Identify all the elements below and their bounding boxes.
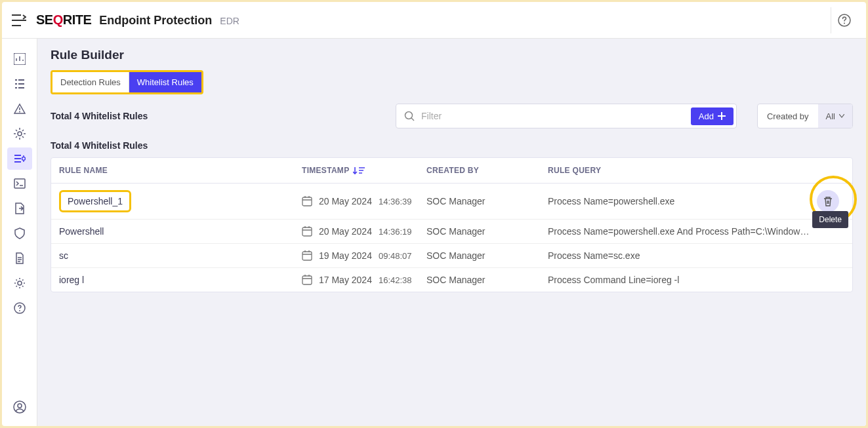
cell-created-by: SOC Manager: [426, 250, 548, 261]
cell-created-by: SOC Manager: [426, 196, 548, 206]
svg-rect-16: [302, 276, 312, 284]
search-icon: [404, 111, 415, 121]
svg-rect-15: [302, 252, 312, 260]
trash-icon: [823, 196, 833, 206]
sort-icon: [353, 166, 365, 175]
col-rule-name[interactable]: RULE NAME: [59, 166, 302, 175]
filter-box[interactable]: Add: [396, 104, 737, 128]
svg-point-11: [18, 404, 22, 408]
table-row[interactable]: ioreg l 17 May 2024 16:42:38 SOC Manager…: [51, 268, 852, 292]
sidebar-terminal-icon[interactable]: [7, 172, 32, 195]
col-timestamp[interactable]: TIMESTAMP: [302, 166, 426, 175]
cell-rule-query: Process Name=powershell.exe And Process …: [548, 226, 812, 237]
sidebar-export-icon[interactable]: [7, 197, 32, 220]
created-by-label: Created by: [758, 111, 818, 121]
sidebar-rules-icon[interactable]: [7, 147, 32, 170]
app-header: SEQRITE Endpoint Protection EDR: [2, 2, 866, 39]
svg-point-4: [18, 132, 22, 136]
svg-point-1: [844, 22, 845, 24]
sidebar-doc-icon[interactable]: [7, 247, 32, 269]
page-title: Rule Builder: [51, 48, 853, 62]
brand: SEQRITE Endpoint Protection EDR: [36, 12, 239, 28]
cell-timestamp: 17 May 2024 16:42:38: [302, 275, 426, 285]
calendar-icon: [302, 250, 312, 261]
sidebar-settings-icon[interactable]: [7, 272, 32, 294]
col-rule-query[interactable]: RULE QUERY: [548, 166, 812, 175]
chevron-down-icon: [839, 114, 844, 118]
brand-product: Endpoint Protection: [99, 14, 212, 28]
cell-rule-name: Powershell: [59, 226, 302, 237]
sidebar-shield-icon[interactable]: [7, 222, 32, 244]
delete-tooltip: Delete: [812, 211, 848, 228]
brand-subproduct: EDR: [220, 16, 239, 26]
add-button-label: Add: [699, 111, 714, 121]
section-title: Total 4 Whitelist Rules: [51, 140, 853, 151]
cell-rule-name: sc: [59, 250, 302, 261]
cell-rule-name: ioreg l: [59, 275, 302, 285]
help-icon[interactable]: [831, 7, 857, 33]
total-count-label: Total 4 Whitelist Rules: [51, 111, 385, 121]
created-by-value[interactable]: All: [818, 104, 852, 128]
svg-point-7: [18, 281, 22, 285]
table-row[interactable]: Powershell 20 May 2024 14:36:19 SOC Mana…: [51, 220, 852, 244]
cell-rule-query: Process Name=powershell.exe: [548, 196, 812, 206]
cell-timestamp: 19 May 2024 09:48:07: [302, 250, 426, 261]
plus-icon: [718, 112, 726, 120]
calendar-icon: [302, 275, 312, 285]
tab-detection-rules[interactable]: Detection Rules: [52, 72, 129, 92]
cell-timestamp: 20 May 2024 14:36:19: [302, 226, 426, 237]
svg-rect-14: [302, 227, 312, 236]
filter-input[interactable]: [421, 111, 684, 121]
sidebar-dashboard-icon[interactable]: [7, 48, 32, 70]
cell-rule-query: Process Command Line=ioreg -l: [548, 275, 812, 285]
cell-rule-query: Process Name=sc.exe: [548, 250, 812, 261]
sidebar: [2, 39, 37, 426]
sidebar-alert-icon[interactable]: [7, 98, 32, 120]
delete-button[interactable]: [817, 190, 839, 212]
table-row[interactable]: sc 19 May 2024 09:48:07 SOC Manager Proc…: [51, 244, 852, 268]
svg-point-3: [19, 111, 20, 113]
add-button[interactable]: Add: [691, 107, 734, 125]
table-header: RULE NAME TIMESTAMP CREATED BY RULE QUER…: [51, 158, 852, 184]
svg-point-12: [405, 112, 413, 119]
rules-table: RULE NAME TIMESTAMP CREATED BY RULE QUER…: [51, 157, 853, 292]
col-created-by[interactable]: CREATED BY: [426, 166, 548, 175]
menu-toggle-icon[interactable]: [11, 12, 27, 28]
sidebar-user-icon[interactable]: [7, 396, 32, 418]
calendar-icon: [302, 226, 312, 237]
cell-rule-name: Powershell_1: [59, 190, 302, 212]
sidebar-help-icon[interactable]: [7, 297, 32, 319]
svg-point-5: [22, 157, 25, 161]
created-by-filter[interactable]: Created by All: [757, 104, 853, 128]
cell-created-by: SOC Manager: [426, 226, 548, 237]
svg-rect-13: [302, 197, 312, 206]
brand-logo: SEQRITE: [36, 12, 91, 28]
svg-rect-6: [14, 179, 25, 188]
cell-timestamp: 20 May 2024 14:36:39: [302, 196, 426, 206]
cell-created-by: SOC Manager: [426, 275, 548, 285]
main-content: Rule Builder Detection Rules Whitelist R…: [37, 39, 866, 426]
calendar-icon: [302, 196, 312, 206]
tab-group: Detection Rules Whitelist Rules: [51, 70, 203, 94]
toolbar: Total 4 Whitelist Rules Add Created by A…: [51, 104, 853, 128]
sidebar-list-icon[interactable]: [7, 73, 32, 95]
tab-whitelist-rules[interactable]: Whitelist Rules: [129, 72, 201, 92]
table-row[interactable]: Powershell_1 20 May 2024 14:36:39 SOC Ma…: [51, 184, 852, 220]
svg-point-9: [19, 310, 20, 311]
sidebar-network-icon[interactable]: [7, 123, 32, 145]
